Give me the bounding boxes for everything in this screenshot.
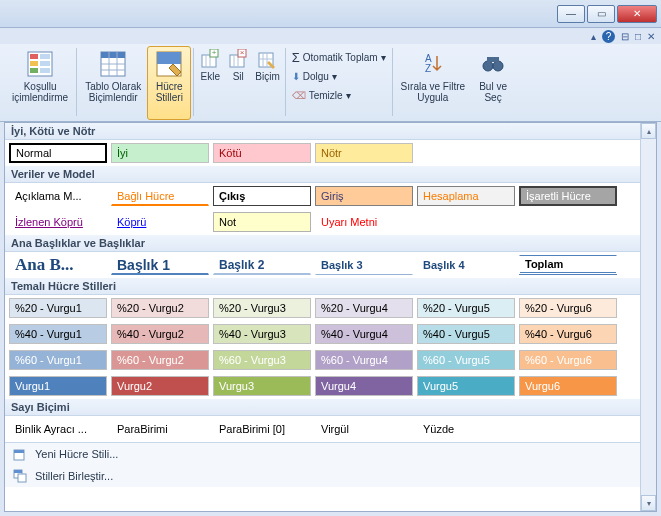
caret-up-icon[interactable]: ▴ [591, 31, 596, 42]
style-40-accent4[interactable]: %40 - Vurgu4 [315, 324, 413, 344]
clear-button[interactable]: ⌫Temizle▾ [292, 86, 386, 104]
autosum-label: Otomatik Toplam [303, 52, 378, 63]
style-total[interactable]: Toplam [519, 255, 617, 275]
gallery-scrollbar[interactable]: ▴ ▾ [640, 123, 656, 511]
style-heading3[interactable]: Başlık 3 [315, 255, 413, 275]
cell-styles-button[interactable]: Hücre Stilleri [147, 46, 191, 120]
style-normal[interactable]: Normal [9, 143, 107, 163]
section-data-model: Veriler ve Model [5, 166, 640, 183]
section-good-bad-neutral: İyi, Kötü ve Nötr [5, 123, 640, 140]
fill-button[interactable]: ⬇Dolgu▾ [292, 67, 386, 85]
maximize-button[interactable]: ▭ [587, 5, 615, 23]
format-as-table-button[interactable]: Tablo Olarak Biçimlendir [79, 46, 147, 120]
style-20-accent2[interactable]: %20 - Vurgu2 [111, 298, 209, 318]
conditional-formatting-icon [24, 48, 56, 80]
fill-icon: ⬇ [292, 71, 300, 82]
style-40-accent3[interactable]: %40 - Vurgu3 [213, 324, 311, 344]
style-hyperlink[interactable]: Köprü [111, 212, 209, 232]
format-label: Biçim [255, 71, 279, 82]
conditional-formatting-label: Koşullu içimlendirme [12, 81, 68, 103]
style-60-accent3[interactable]: %60 - Vurgu3 [213, 350, 311, 370]
style-accent6[interactable]: Vurgu6 [519, 376, 617, 396]
style-40-accent6[interactable]: %40 - Vurgu6 [519, 324, 617, 344]
style-heading1[interactable]: Başlık 1 [111, 255, 209, 275]
delete-button[interactable]: × Sil [224, 46, 252, 120]
window-minimize-icon[interactable]: ⊟ [621, 31, 629, 42]
style-calculation[interactable]: Hesaplama [417, 186, 515, 206]
style-comma0[interactable]: Virgül [315, 419, 413, 439]
delete-label: Sil [233, 71, 244, 82]
style-comma[interactable]: Binlik Ayracı ... [9, 419, 107, 439]
svg-point-32 [493, 61, 503, 71]
style-20-accent5[interactable]: %20 - Vurgu5 [417, 298, 515, 318]
style-60-accent1[interactable]: %60 - Vurgu1 [9, 350, 107, 370]
style-output[interactable]: Çıkış [213, 186, 311, 206]
cell-styles-icon [153, 48, 185, 80]
style-check-cell[interactable]: İşaretli Hücre [519, 186, 617, 206]
style-60-accent2[interactable]: %60 - Vurgu2 [111, 350, 209, 370]
style-currency[interactable]: ParaBirimi [111, 419, 209, 439]
find-select-label: Bul ve Seç [479, 81, 507, 103]
help-icon[interactable]: ? [602, 30, 615, 43]
merge-styles-button[interactable]: Stilleri Birleştir... [5, 465, 640, 487]
style-input[interactable]: Giriş [315, 186, 413, 206]
style-percent[interactable]: Yüzde [417, 419, 515, 439]
style-40-accent5[interactable]: %40 - Vurgu5 [417, 324, 515, 344]
table-icon [97, 48, 129, 80]
style-60-accent4[interactable]: %60 - Vurgu4 [315, 350, 413, 370]
style-20-accent4[interactable]: %20 - Vurgu4 [315, 298, 413, 318]
new-cell-style-button[interactable]: Yeni Hücre Stili... [5, 443, 640, 465]
merge-styles-icon [13, 469, 27, 483]
style-accent5[interactable]: Vurgu5 [417, 376, 515, 396]
scroll-down-button[interactable]: ▾ [641, 495, 656, 511]
minimize-button[interactable]: — [557, 5, 585, 23]
window-close-icon[interactable]: ✕ [647, 31, 655, 42]
style-20-accent1[interactable]: %20 - Vurgu1 [9, 298, 107, 318]
style-note[interactable]: Not [213, 212, 311, 232]
new-style-icon [13, 447, 27, 461]
style-60-accent5[interactable]: %60 - Vurgu5 [417, 350, 515, 370]
style-neutral[interactable]: Nötr [315, 143, 413, 163]
style-bad[interactable]: Kötü [213, 143, 311, 163]
sort-filter-button[interactable]: AZ Sırala ve Filtre Uygula [395, 46, 471, 120]
clear-label: Temizle [309, 90, 343, 101]
conditional-formatting-button[interactable]: Koşullu içimlendirme [6, 46, 74, 120]
format-button[interactable]: Biçim [252, 46, 282, 120]
svg-rect-5 [40, 61, 50, 66]
merge-styles-label: Stilleri Birleştir... [35, 470, 113, 482]
svg-rect-1 [30, 54, 38, 59]
style-heading2[interactable]: Başlık 2 [213, 255, 311, 275]
style-currency0[interactable]: ParaBirimi [0] [213, 419, 311, 439]
format-as-table-label: Tablo Olarak Biçimlendir [85, 81, 141, 103]
helpbar: ▴ ? ⊟ □ ✕ [0, 28, 661, 44]
insert-button[interactable]: + Ekle [196, 46, 224, 120]
style-good[interactable]: İyi [111, 143, 209, 163]
dropdown-icon: ▾ [346, 90, 351, 101]
style-20-accent6[interactable]: %20 - Vurgu6 [519, 298, 617, 318]
svg-rect-3 [30, 68, 38, 73]
find-select-button[interactable]: Bul ve Seç [471, 46, 515, 120]
window-restore-icon[interactable]: □ [635, 31, 641, 42]
svg-rect-35 [14, 450, 24, 453]
style-heading4[interactable]: Başlık 4 [417, 255, 515, 275]
style-title[interactable]: Ana B... [9, 255, 107, 275]
style-accent4[interactable]: Vurgu4 [315, 376, 413, 396]
autosum-button[interactable]: ΣOtomatik Toplam▾ [292, 48, 386, 66]
style-accent1[interactable]: Vurgu1 [9, 376, 107, 396]
close-button[interactable]: ✕ [617, 5, 657, 23]
style-followed-hyperlink[interactable]: İzlenen Köprü [9, 212, 107, 232]
style-explanatory[interactable]: Açıklama M... [9, 186, 107, 206]
style-40-accent2[interactable]: %40 - Vurgu2 [111, 324, 209, 344]
new-cell-style-label: Yeni Hücre Stili... [35, 448, 118, 460]
dropdown-icon: ▾ [381, 52, 386, 63]
style-accent2[interactable]: Vurgu2 [111, 376, 209, 396]
style-20-accent3[interactable]: %20 - Vurgu3 [213, 298, 311, 318]
editing-group: ΣOtomatik Toplam▾ ⬇Dolgu▾ ⌫Temizle▾ [288, 46, 390, 106]
style-60-accent6[interactable]: %60 - Vurgu6 [519, 350, 617, 370]
style-40-accent1[interactable]: %40 - Vurgu1 [9, 324, 107, 344]
section-themed: Temalı Hücre Stilleri [5, 278, 640, 295]
style-linked-cell[interactable]: Bağlı Hücre [111, 186, 209, 206]
style-accent3[interactable]: Vurgu3 [213, 376, 311, 396]
scroll-up-button[interactable]: ▴ [641, 123, 656, 139]
style-warning[interactable]: Uyarı Metni [315, 212, 413, 232]
